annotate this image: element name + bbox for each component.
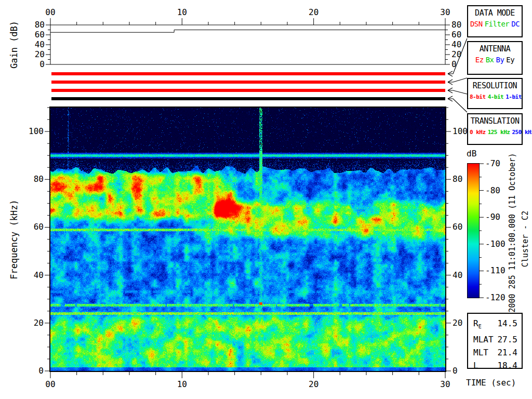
legend-item-filter: Filter bbox=[485, 20, 510, 28]
ephemeris-value: 14.5 bbox=[497, 317, 517, 332]
legend-title: DATA MODE bbox=[468, 8, 522, 18]
svg-text:40: 40 bbox=[35, 39, 45, 49]
legend-item-dc: DC bbox=[511, 20, 520, 28]
svg-text:00: 00 bbox=[45, 7, 55, 17]
svg-text:-70: -70 bbox=[485, 158, 500, 168]
legend-item-4-bit: 4-bit bbox=[488, 94, 504, 100]
legend-item-dsn: DSN bbox=[470, 20, 483, 28]
svg-text:10: 10 bbox=[177, 379, 187, 389]
svg-text:20: 20 bbox=[35, 49, 45, 59]
legend-item-250-khz: 250 kHz bbox=[512, 129, 532, 136]
time-axis-label: TIME (sec) bbox=[466, 378, 516, 388]
spacecraft-label: Cluster - C2 bbox=[521, 211, 530, 267]
legend-items: 0 kHz125 kHz250 kHz500 kHz bbox=[468, 128, 522, 136]
legend-box-resolution: RESOLUTION8-bit4-bit1-bit bbox=[467, 78, 523, 109]
gain-trace bbox=[50, 30, 445, 33]
legend-items: DSNFilterDC bbox=[468, 20, 522, 28]
svg-text:80: 80 bbox=[35, 20, 45, 30]
svg-text:20: 20 bbox=[309, 379, 318, 389]
ephemeris-value: 18.4 bbox=[497, 360, 517, 371]
svg-text:20: 20 bbox=[453, 318, 462, 328]
svg-text:30: 30 bbox=[440, 379, 450, 389]
svg-text:100: 100 bbox=[453, 126, 468, 136]
legend-title: ANTENNA bbox=[468, 44, 522, 54]
ephemeris-table: RE14.5MLAT27.5MLT21.4L18.4 bbox=[467, 313, 523, 369]
ephemeris-label: MLT bbox=[473, 347, 488, 358]
svg-text:80: 80 bbox=[451, 20, 461, 30]
svg-text:30: 30 bbox=[440, 7, 450, 17]
svg-text:60: 60 bbox=[453, 222, 462, 232]
legend-box-antenna: ANTENNAEzBxByEy bbox=[467, 41, 523, 75]
status-bar-1 bbox=[51, 72, 445, 75]
svg-text:40: 40 bbox=[451, 39, 461, 49]
svg-text:-100: -100 bbox=[485, 239, 506, 249]
spectrogram-canvas bbox=[50, 108, 445, 371]
legend-item-ez: Ez bbox=[475, 56, 484, 64]
svg-text:20: 20 bbox=[34, 318, 44, 328]
svg-text:0: 0 bbox=[39, 59, 45, 69]
svg-text:40: 40 bbox=[453, 270, 462, 280]
legend-item-125-khz: 125 kHz bbox=[488, 129, 510, 136]
ephemeris-row-mlat: MLAT27.5 bbox=[468, 333, 522, 346]
datetime-label: 2000 285 11:01:00.000 (11 October) bbox=[508, 153, 517, 312]
legend-item-8-bit: 8-bit bbox=[470, 94, 486, 100]
legend-box-translation: TRANSLATION0 kHz125 kHz250 kHz500 kHz bbox=[467, 113, 523, 145]
svg-text:60: 60 bbox=[451, 30, 461, 39]
svg-text:-90: -90 bbox=[485, 212, 500, 222]
legend-title: RESOLUTION bbox=[468, 81, 522, 90]
colorbar-title: dB bbox=[467, 149, 476, 158]
svg-text:-80: -80 bbox=[485, 185, 500, 195]
status-bar-4 bbox=[51, 97, 445, 100]
ephemeris-value: 21.4 bbox=[497, 347, 517, 358]
svg-text:-120: -120 bbox=[485, 292, 506, 302]
ephemeris-value: 27.5 bbox=[497, 334, 517, 345]
svg-text:20: 20 bbox=[451, 49, 461, 59]
svg-text:10: 10 bbox=[177, 7, 187, 17]
legend-item-0-khz: 0 kHz bbox=[470, 129, 486, 136]
svg-text:20: 20 bbox=[309, 7, 318, 17]
status-bar-2 bbox=[51, 81, 445, 84]
svg-text:80: 80 bbox=[453, 174, 462, 184]
legend-item-ey: Ey bbox=[506, 56, 514, 64]
ephemeris-row-re: RE14.5 bbox=[468, 317, 522, 333]
ephemeris-label: MLAT bbox=[473, 334, 494, 345]
gain-panel-axes: 00102030002020404060608080 bbox=[35, 7, 462, 69]
legend-item-1-bit: 1-bit bbox=[506, 94, 522, 100]
legend-items: EzBxByEy bbox=[468, 56, 522, 64]
gain-axis-label: Gain (dB) bbox=[9, 21, 19, 69]
svg-text:0: 0 bbox=[453, 366, 458, 376]
colorbar-canvas bbox=[468, 164, 479, 298]
ephemeris-label: L bbox=[473, 360, 478, 371]
svg-text:80: 80 bbox=[34, 174, 44, 184]
svg-text:60: 60 bbox=[34, 222, 44, 232]
frequency-axis-label: Frequency (kHz) bbox=[9, 200, 19, 280]
svg-text:-110: -110 bbox=[485, 265, 506, 275]
legend-box-data-mode: DATA MODEDSNFilterDC bbox=[467, 5, 523, 37]
ephemeris-row-mlt: MLT21.4 bbox=[468, 346, 522, 359]
legend-item-bx: Bx bbox=[486, 56, 494, 64]
status-bar-3 bbox=[51, 89, 445, 92]
svg-text:60: 60 bbox=[35, 30, 45, 39]
legend-items: 8-bit4-bit1-bit bbox=[468, 93, 522, 101]
legend-title: TRANSLATION bbox=[468, 116, 522, 126]
svg-text:0: 0 bbox=[38, 366, 44, 376]
legend-item-by: By bbox=[496, 56, 504, 64]
svg-text:00: 00 bbox=[45, 379, 55, 389]
ephemeris-label: RE bbox=[473, 317, 482, 332]
svg-text:100: 100 bbox=[29, 126, 44, 136]
ephemeris-row-l: L18.4 bbox=[468, 359, 522, 372]
svg-text:40: 40 bbox=[34, 270, 44, 280]
wbd-plot-page: 00102030002020404060608080-70-80-90-100-… bbox=[0, 0, 532, 399]
